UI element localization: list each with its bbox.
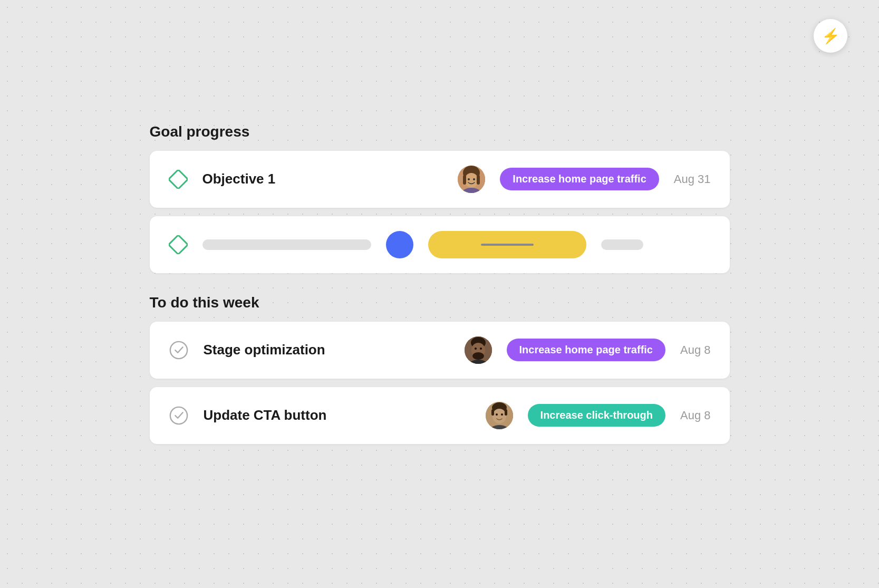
- svg-rect-26: [505, 409, 507, 416]
- task-2-date: Aug 8: [680, 409, 711, 422]
- skeleton-date-bar: [601, 239, 643, 250]
- svg-point-4: [468, 178, 470, 180]
- goal-progress-title: Goal progress: [150, 123, 730, 140]
- check-icon-2: [169, 406, 189, 426]
- task-1-tag[interactable]: Increase home page traffic: [507, 339, 665, 361]
- check-icon-1: [169, 340, 189, 360]
- svg-point-14: [472, 352, 484, 360]
- lightning-button[interactable]: ⚡: [814, 19, 847, 53]
- diamond-icon: [169, 170, 188, 189]
- svg-point-22: [496, 413, 498, 416]
- svg-rect-8: [477, 175, 480, 185]
- svg-point-3: [465, 173, 478, 188]
- todo-section: To do this week Stage optimization: [150, 294, 730, 444]
- svg-point-23: [501, 413, 503, 416]
- svg-rect-25: [491, 409, 494, 416]
- objective-1-tag[interactable]: Increase home page traffic: [500, 168, 659, 190]
- svg-rect-7: [463, 175, 466, 185]
- diamond-icon-2: [169, 235, 188, 254]
- todo-title: To do this week: [150, 294, 730, 311]
- blue-circle-avatar: [386, 231, 413, 258]
- task-2-card[interactable]: Update CTA button: [150, 387, 730, 444]
- objective-1-date: Aug 31: [674, 172, 711, 186]
- svg-point-10: [170, 341, 187, 358]
- objective-skeleton-card[interactable]: [150, 216, 730, 273]
- skeleton-title-bar: [202, 239, 371, 250]
- task-1-card[interactable]: Stage optimization: [150, 322, 730, 379]
- svg-point-15: [475, 348, 477, 350]
- svg-point-16: [480, 348, 482, 350]
- yellow-tag-line: [481, 244, 534, 246]
- avatar-woman: [458, 166, 485, 193]
- lightning-icon: ⚡: [822, 27, 840, 45]
- avatar-man1: [465, 336, 492, 364]
- svg-point-21: [492, 409, 506, 423]
- objective-1-card[interactable]: Objective 1: [150, 151, 730, 208]
- task-1-title: Stage optimization: [204, 342, 450, 358]
- task-2-tag[interactable]: Increase click-through: [528, 404, 665, 427]
- task-2-title: Update CTA button: [204, 407, 471, 423]
- svg-rect-0: [169, 170, 188, 189]
- svg-point-18: [170, 407, 187, 423]
- objective-1-title: Objective 1: [202, 171, 443, 187]
- avatar-man2: [486, 402, 513, 429]
- goal-progress-section: Goal progress Objective 1: [150, 123, 730, 273]
- svg-rect-9: [169, 235, 188, 254]
- svg-point-5: [473, 178, 475, 180]
- task-1-date: Aug 8: [680, 343, 711, 357]
- yellow-tag-skeleton: [428, 231, 586, 258]
- main-container: Goal progress Objective 1: [150, 102, 730, 486]
